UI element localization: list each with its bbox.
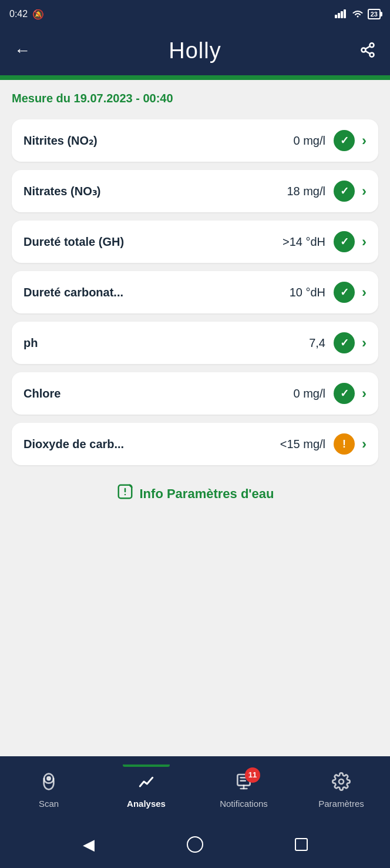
- battery-icon: 23: [368, 9, 381, 19]
- measure-date: Mesure du 19.07.2023 - 00:40: [12, 92, 378, 105]
- measurement-name: Dioxyde de carb...: [23, 438, 280, 451]
- measurement-value: <15 mg/l: [280, 438, 325, 451]
- signal-icon: [335, 9, 348, 20]
- sys-back-icon: ◀: [83, 836, 95, 854]
- settings-icon: [332, 772, 351, 795]
- status-time: 0:42: [9, 9, 28, 19]
- measurement-value: 7,4: [309, 336, 325, 350]
- chevron-right-icon: ›: [362, 284, 367, 301]
- notification-badge: 11: [245, 767, 260, 783]
- measurement-status-icon: ✓: [334, 332, 355, 353]
- nav-label-analyses: Analyses: [127, 799, 166, 809]
- measurement-status-icon: !: [334, 433, 355, 455]
- measurement-status-icon: ✓: [334, 130, 355, 151]
- active-indicator: [123, 764, 170, 767]
- info-link-text: Info Paramètres d'eau: [140, 486, 274, 502]
- measurement-card-2[interactable]: Dureté totale (GH)>14 °dH✓›: [12, 221, 378, 263]
- sys-home-icon: [187, 836, 203, 853]
- measurement-card-0[interactable]: Nitrites (NO₂)0 mg/l✓›: [12, 119, 378, 162]
- svg-rect-0: [335, 15, 337, 18]
- measurement-value: 18 mg/l: [287, 185, 325, 198]
- back-icon: ←: [14, 41, 31, 59]
- back-button[interactable]: ←: [12, 39, 33, 62]
- measurement-card-6[interactable]: Dioxyde de carb...<15 mg/l!›: [12, 423, 378, 465]
- mute-icon: 🔕: [32, 9, 44, 20]
- nav-item-analyses[interactable]: Analyses: [98, 772, 195, 809]
- measurement-name: Chlore: [23, 387, 294, 400]
- svg-point-12: [47, 777, 50, 780]
- chevron-right-icon: ›: [362, 183, 367, 199]
- system-nav: ◀: [0, 821, 390, 868]
- bottom-nav: Scan Analyses 11 Notifications: [0, 756, 390, 821]
- nav-item-settings[interactable]: Paramètres: [292, 772, 390, 809]
- chevron-right-icon: ›: [362, 335, 367, 351]
- measurement-name: ph: [23, 336, 309, 350]
- measurement-card-4[interactable]: ph7,4✓›: [12, 322, 378, 364]
- measurement-name: Nitrites (NO₂): [23, 133, 294, 148]
- chevron-right-icon: ›: [362, 233, 367, 250]
- measurement-value: 0 mg/l: [294, 134, 325, 148]
- measurement-card-3[interactable]: Dureté carbonat...10 °dH✓›: [12, 271, 378, 313]
- wifi-icon: [351, 9, 364, 20]
- sys-recents-button[interactable]: [288, 832, 314, 857]
- measurement-card-1[interactable]: Nitrates (NO₃)18 mg/l✓›: [12, 170, 378, 212]
- svg-rect-2: [341, 11, 343, 18]
- notification-wrapper: 11: [234, 772, 253, 795]
- measurement-name: Nitrates (NO₃): [23, 184, 287, 198]
- measurement-value: >14 °dH: [283, 235, 325, 249]
- page-title: Holly: [169, 38, 221, 64]
- analyses-icon: [137, 772, 156, 795]
- svg-line-7: [365, 51, 370, 54]
- svg-rect-3: [344, 9, 346, 18]
- measurements-list: Nitrites (NO₂)0 mg/l✓›Nitrates (NO₃)18 m…: [12, 119, 378, 465]
- sys-back-button[interactable]: ◀: [76, 832, 102, 857]
- info-icon: [116, 483, 134, 505]
- svg-point-18: [339, 779, 344, 784]
- status-left: 0:42 🔕: [9, 9, 44, 20]
- measurement-status-icon: ✓: [334, 181, 355, 202]
- chevron-right-icon: ›: [362, 132, 367, 149]
- chevron-right-icon: ›: [362, 385, 367, 402]
- nav-item-scan[interactable]: Scan: [0, 772, 98, 809]
- info-link[interactable]: Info Paramètres d'eau: [12, 483, 378, 505]
- share-button[interactable]: [357, 39, 378, 62]
- measurement-name: Dureté totale (GH): [23, 235, 283, 249]
- status-bar: 0:42 🔕 23: [0, 0, 390, 28]
- nav-label-scan: Scan: [39, 799, 59, 809]
- measurement-value: 10 °dH: [290, 286, 325, 299]
- measurement-status-icon: ✓: [334, 282, 355, 303]
- measurement-status-icon: ✓: [334, 231, 355, 252]
- share-icon: [359, 51, 376, 60]
- header: ← Holly: [0, 28, 390, 75]
- sys-recents-icon: [295, 838, 308, 851]
- nav-label-notifications: Notifications: [220, 799, 268, 809]
- nav-item-notifications[interactable]: 11 Notifications: [195, 772, 292, 809]
- svg-rect-1: [338, 13, 340, 18]
- main-content: Mesure du 19.07.2023 - 00:40 Nitrites (N…: [0, 80, 390, 756]
- measurement-value: 0 mg/l: [294, 387, 325, 400]
- nav-label-settings: Paramètres: [318, 799, 364, 809]
- status-right: 23: [335, 9, 381, 20]
- measurement-card-5[interactable]: Chlore0 mg/l✓›: [12, 372, 378, 415]
- accent-bar: [0, 75, 390, 80]
- measurement-status-icon: ✓: [334, 383, 355, 404]
- sys-home-button[interactable]: [182, 832, 208, 857]
- measurement-name: Dureté carbonat...: [23, 286, 290, 299]
- scan-icon: [39, 772, 58, 795]
- svg-line-8: [365, 46, 370, 49]
- chevron-right-icon: ›: [362, 436, 367, 452]
